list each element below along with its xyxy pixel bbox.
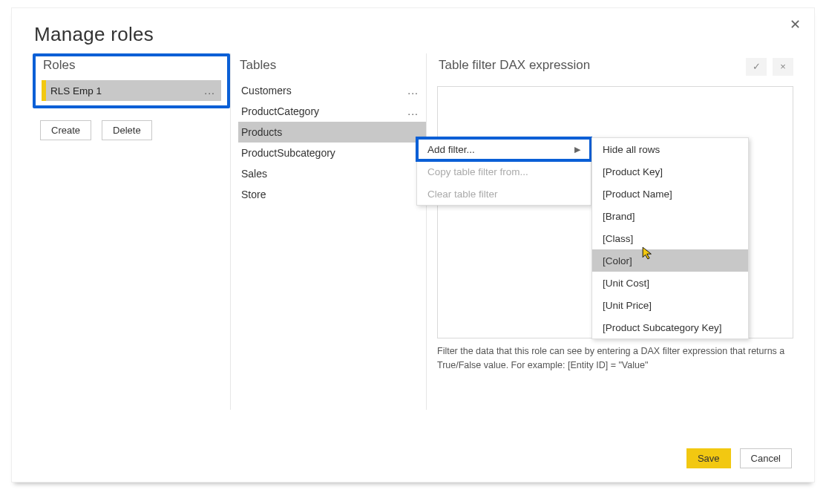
table-row[interactable]: Products xyxy=(238,122,426,143)
submenu-arrow-icon: ▶ xyxy=(574,145,580,154)
close-icon[interactable]: ✕ xyxy=(786,16,804,33)
context-menu-item[interactable]: [Class] xyxy=(592,227,748,249)
context-menu-item-label: [Color] xyxy=(603,255,632,266)
ellipsis-icon[interactable]: ... xyxy=(204,85,215,96)
delete-role-button[interactable]: Delete xyxy=(102,120,152,140)
manage-roles-dialog: ✕ Manage roles Roles RLS Emp 1 ... Creat… xyxy=(11,7,815,482)
context-menu-item: Copy table filter from... xyxy=(417,160,591,183)
context-menu-item-label: [Unit Price] xyxy=(603,300,652,311)
table-row-label: Store xyxy=(241,189,266,200)
save-button[interactable]: Save xyxy=(686,448,731,468)
dax-header: Table filter DAX expression xyxy=(437,53,591,80)
role-item[interactable]: RLS Emp 1 ... xyxy=(42,80,221,101)
table-row[interactable]: Sales xyxy=(238,163,426,184)
roles-highlight-box: Roles RLS Emp 1 ... xyxy=(33,53,230,108)
context-menu-item-label: [Product Subcategory Key] xyxy=(603,322,722,333)
tables-column: Tables Customers...ProductCategory...Pro… xyxy=(230,53,426,410)
context-menu-item[interactable]: [Unit Price] xyxy=(592,294,748,316)
context-menu-item[interactable]: Add filter...▶ xyxy=(417,138,591,160)
context-menu-item-label: [Unit Cost] xyxy=(603,278,649,289)
context-menu-item[interactable]: [Unit Cost] xyxy=(592,272,748,294)
roles-button-row: Create Delete xyxy=(33,108,230,140)
role-item-label: RLS Emp 1 xyxy=(50,85,102,96)
table-row-label: Sales xyxy=(241,168,267,180)
dax-column: Table filter DAX expression ✓ × Add filt… xyxy=(426,53,793,410)
roles-column: Roles RLS Emp 1 ... Create Delete xyxy=(33,53,230,410)
dax-hint: Filter the data that this role can see b… xyxy=(437,344,793,373)
context-menu-item[interactable]: [Product Name] xyxy=(592,183,748,205)
table-row-label: ProductCategory xyxy=(241,105,319,117)
dialog-footer: Save Cancel xyxy=(686,448,792,468)
dax-header-row: Table filter DAX expression ✓ × xyxy=(437,53,793,80)
dax-editor[interactable]: Add filter...▶Copy table filter from...C… xyxy=(437,86,793,338)
context-menu-item[interactable]: [Product Key] xyxy=(592,160,748,183)
roles-header: Roles xyxy=(42,58,221,80)
context-menu-item: Clear table filter xyxy=(417,183,591,205)
table-row[interactable]: Store xyxy=(238,184,426,205)
create-role-button[interactable]: Create xyxy=(40,120,91,140)
ellipsis-icon[interactable]: ... xyxy=(407,85,419,96)
table-row-label: ProductSubcategory xyxy=(241,147,335,159)
table-row[interactable]: ProductSubcategory xyxy=(238,143,426,163)
context-menu-item[interactable]: [Color] xyxy=(592,249,748,272)
dialog-title: Manage roles xyxy=(12,8,814,53)
revert-filter-button[interactable]: × xyxy=(773,58,793,76)
context-menu-item-label: [Product Key] xyxy=(603,166,663,177)
table-row-label: Products xyxy=(241,126,282,138)
context-menu-item-label: [Class] xyxy=(603,233,633,244)
context-menu-item-label: Clear table filter xyxy=(427,189,498,200)
context-menu-secondary: Hide all rows[Product Key][Product Name]… xyxy=(591,137,749,339)
ellipsis-icon[interactable]: ... xyxy=(407,105,419,117)
table-row-label: Customers xyxy=(241,85,292,96)
table-row[interactable]: Customers... xyxy=(238,80,426,101)
cancel-button[interactable]: Cancel xyxy=(740,448,792,468)
context-menu-item[interactable]: [Brand] xyxy=(592,205,748,227)
context-menu-primary: Add filter...▶Copy table filter from...C… xyxy=(416,137,591,206)
context-menu-item[interactable]: Hide all rows xyxy=(592,138,748,160)
apply-filter-button[interactable]: ✓ xyxy=(746,58,767,76)
context-menu-item[interactable]: [Product Subcategory Key] xyxy=(592,316,748,338)
table-row[interactable]: ProductCategory... xyxy=(238,101,426,122)
context-menu-item-label: Add filter... xyxy=(427,144,475,155)
tables-header: Tables xyxy=(238,53,426,80)
context-menu-item-label: Hide all rows xyxy=(603,144,660,155)
context-menu-item-label: [Brand] xyxy=(603,211,635,222)
tables-list: Customers...ProductCategory...ProductsPr… xyxy=(238,80,426,205)
context-menu-item-label: Copy table filter from... xyxy=(427,166,528,177)
context-menu-item-label: [Product Name] xyxy=(603,189,672,200)
dialog-columns: Roles RLS Emp 1 ... Create Delete Tables… xyxy=(12,53,814,410)
